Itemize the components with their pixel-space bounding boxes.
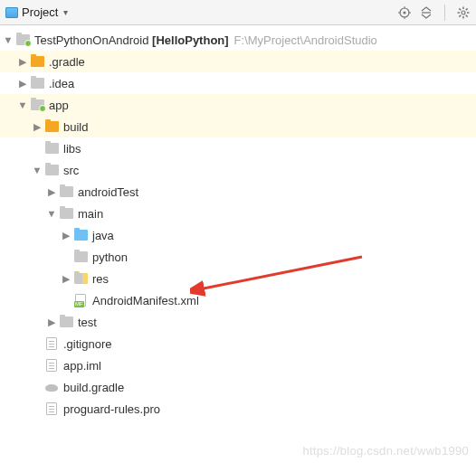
toolbar-separator <box>444 5 445 21</box>
item-label: AndroidManifest.xml <box>92 294 199 307</box>
tree-item-src[interactable]: ▼ src <box>0 159 476 181</box>
item-label: build <box>63 120 88 134</box>
expand-arrow-icon[interactable]: ▶ <box>16 56 29 68</box>
text-file-icon <box>43 358 60 373</box>
project-tree: ▼ TestPythonOnAndroid [HelloPython] F:\M… <box>0 25 476 423</box>
item-label: libs <box>63 142 81 156</box>
watermark-text: https://blog.csdn.net/wwb1990 <box>302 444 469 458</box>
gradle-file-icon <box>43 380 60 394</box>
tree-item-build[interactable]: ▶ build <box>0 116 476 137</box>
tree-item-python[interactable]: ▶ python <box>0 246 476 268</box>
manifest-file-icon: MF <box>72 293 89 307</box>
tree-item-build-gradle[interactable]: ▶ build.gradle <box>0 376 476 398</box>
item-label: res <box>92 272 109 286</box>
view-selector[interactable]: Project ▾ <box>5 5 397 19</box>
folder-icon <box>29 54 45 69</box>
svg-line-14 <box>466 8 468 10</box>
chevron-down-icon: ▾ <box>63 7 68 17</box>
locate-icon[interactable] <box>397 5 412 20</box>
tree-item-res[interactable]: ▶ res <box>0 268 476 289</box>
expand-arrow-icon[interactable]: ▼ <box>2 34 14 45</box>
tree-item-app-iml[interactable]: ▶ app.iml <box>0 354 476 376</box>
tree-item-gradle[interactable]: ▶ .gradle <box>0 51 476 72</box>
svg-line-12 <box>459 8 461 10</box>
item-label: src <box>63 164 79 177</box>
folder-icon <box>29 76 45 90</box>
source-folder-icon <box>72 228 89 242</box>
expand-arrow-icon[interactable]: ▼ <box>31 165 43 175</box>
tree-item-libs[interactable]: ▶ libs <box>0 137 476 159</box>
tree-root[interactable]: ▼ TestPythonOnAndroid [HelloPython] F:\M… <box>0 29 476 51</box>
item-label: build.gradle <box>63 381 124 394</box>
tree-item-idea[interactable]: ▶ .idea <box>0 72 476 94</box>
tree-item-proguard[interactable]: ▶ proguard-rules.pro <box>0 398 476 420</box>
svg-point-1 <box>403 11 405 14</box>
folder-icon <box>58 206 74 221</box>
svg-point-7 <box>462 11 465 14</box>
text-file-icon <box>43 336 60 351</box>
folder-icon <box>58 184 74 199</box>
item-label: .gradle <box>49 55 85 69</box>
expand-arrow-icon[interactable]: ▶ <box>45 317 58 328</box>
expand-arrow-icon[interactable]: ▶ <box>60 273 72 285</box>
folder-icon <box>43 163 60 177</box>
text-file-icon <box>43 402 60 416</box>
tree-item-java[interactable]: ▶ java <box>0 224 476 246</box>
expand-arrow-icon[interactable]: ▶ <box>45 186 58 198</box>
item-label: .gitignore <box>63 337 111 351</box>
item-label: java <box>92 229 114 242</box>
module-folder-icon <box>14 33 31 47</box>
tree-item-gitignore[interactable]: ▶ .gitignore <box>0 333 476 354</box>
svg-line-13 <box>466 14 468 16</box>
item-label: androidTest <box>78 185 138 199</box>
gear-icon[interactable] <box>456 5 471 20</box>
item-label: .idea <box>49 77 74 90</box>
folder-icon <box>72 250 89 264</box>
tree-item-main[interactable]: ▼ main <box>0 203 476 224</box>
folder-icon <box>43 119 60 134</box>
collapse-all-icon[interactable] <box>419 5 433 20</box>
root-path: F:\MyProject\AndroidStudio <box>234 33 377 47</box>
item-label: python <box>92 250 128 264</box>
item-label: app <box>49 99 69 112</box>
svg-line-15 <box>459 14 461 16</box>
item-label: test <box>78 316 97 329</box>
tree-item-app[interactable]: ▼ app <box>0 94 476 116</box>
resource-folder-icon <box>72 271 89 286</box>
tree-item-manifest[interactable]: ▶ MF AndroidManifest.xml <box>0 289 476 311</box>
project-view-icon <box>5 7 18 18</box>
tree-item-test[interactable]: ▶ test <box>0 311 476 333</box>
tree-item-androidtest[interactable]: ▶ androidTest <box>0 181 476 203</box>
expand-arrow-icon[interactable]: ▼ <box>45 208 58 219</box>
item-label: app.iml <box>63 359 101 373</box>
expand-arrow-icon[interactable]: ▶ <box>31 121 43 133</box>
root-label: TestPythonOnAndroid [HelloPython] <box>34 33 229 47</box>
expand-arrow-icon[interactable]: ▼ <box>16 99 29 110</box>
expand-arrow-icon[interactable]: ▶ <box>60 230 72 241</box>
project-toolbar: Project ▾ <box>0 0 476 25</box>
folder-icon <box>58 315 74 329</box>
project-view-label: Project <box>22 5 58 19</box>
module-folder-icon <box>29 98 45 112</box>
item-label: proguard-rules.pro <box>63 402 160 416</box>
expand-arrow-icon[interactable]: ▶ <box>16 78 29 90</box>
folder-icon <box>43 141 60 156</box>
item-label: main <box>78 207 103 221</box>
